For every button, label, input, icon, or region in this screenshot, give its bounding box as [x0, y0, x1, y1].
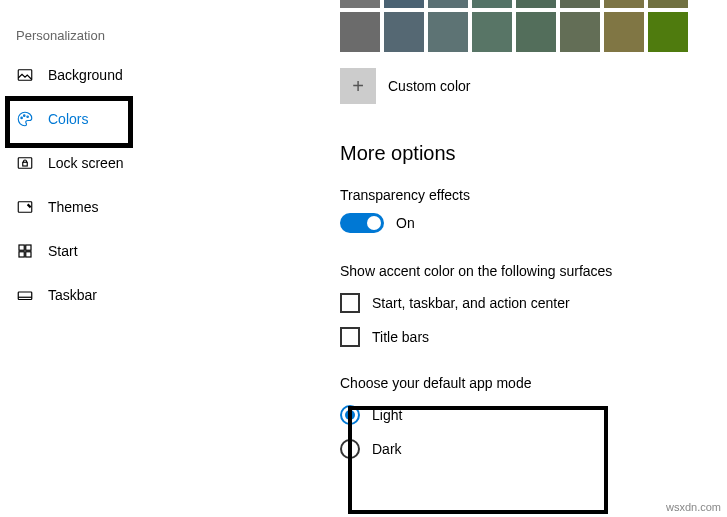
start-icon	[16, 242, 34, 260]
color-swatch-row	[340, 12, 717, 52]
checkbox-label: Title bars	[372, 329, 429, 345]
custom-color-label: Custom color	[388, 78, 470, 94]
plus-icon: +	[352, 75, 364, 98]
app-mode-label: Choose your default app mode	[340, 375, 717, 391]
color-swatch[interactable]	[428, 12, 468, 52]
color-swatch[interactable]	[516, 12, 556, 52]
svg-point-2	[24, 115, 26, 117]
custom-color-row: + Custom color	[340, 68, 717, 104]
sidebar-item-label: Themes	[48, 199, 99, 215]
checkbox-label: Start, taskbar, and action center	[372, 295, 570, 311]
color-swatch[interactable]	[472, 12, 512, 52]
color-swatch[interactable]	[340, 0, 380, 8]
watermark: wsxdn.com	[666, 501, 721, 513]
palette-icon	[16, 110, 34, 128]
color-swatch[interactable]	[560, 0, 600, 8]
app-mode-radio-dark[interactable]: Dark	[340, 439, 717, 459]
svg-rect-10	[26, 252, 31, 257]
color-swatch[interactable]	[648, 0, 688, 8]
svg-rect-9	[19, 252, 24, 257]
themes-icon	[16, 198, 34, 216]
transparency-state: On	[396, 215, 415, 231]
accent-surfaces-label: Show accent color on the following surfa…	[340, 263, 717, 279]
sidebar-title: Personalization	[0, 10, 240, 51]
sidebar-item-start[interactable]: Start	[0, 231, 240, 271]
accent-check-title-bars[interactable]: Title bars	[340, 327, 717, 347]
more-options-heading: More options	[340, 142, 717, 165]
picture-icon	[16, 66, 34, 84]
color-swatch[interactable]	[384, 0, 424, 8]
sidebar-item-taskbar[interactable]: Taskbar	[0, 275, 240, 315]
sidebar-item-label: Start	[48, 243, 78, 259]
sidebar-item-label: Lock screen	[48, 155, 123, 171]
sidebar-item-label: Colors	[48, 111, 88, 127]
app-mode-radio-light[interactable]: Light	[340, 405, 717, 425]
sidebar-item-label: Background	[48, 67, 123, 83]
sidebar-item-colors[interactable]: Colors	[0, 99, 240, 139]
color-swatch[interactable]	[384, 12, 424, 52]
svg-rect-8	[26, 245, 31, 250]
color-swatch-row-partial	[340, 0, 717, 8]
radio-icon	[340, 405, 360, 425]
transparency-toggle-row: On	[340, 213, 717, 233]
checkbox-icon	[340, 293, 360, 313]
color-swatch[interactable]	[560, 12, 600, 52]
svg-rect-4	[18, 158, 32, 169]
radio-label: Dark	[372, 441, 402, 457]
transparency-toggle[interactable]	[340, 213, 384, 233]
svg-rect-0	[18, 70, 32, 81]
svg-rect-11	[18, 292, 32, 300]
sidebar: Personalization Background Colors Lock s…	[0, 0, 240, 329]
color-swatch[interactable]	[604, 0, 644, 8]
color-swatch[interactable]	[516, 0, 556, 8]
sidebar-item-lock-screen[interactable]: Lock screen	[0, 143, 240, 183]
accent-check-start-taskbar[interactable]: Start, taskbar, and action center	[340, 293, 717, 313]
color-swatch[interactable]	[428, 0, 468, 8]
color-swatch[interactable]	[604, 12, 644, 52]
radio-icon	[340, 439, 360, 459]
checkbox-icon	[340, 327, 360, 347]
color-swatch[interactable]	[472, 0, 512, 8]
sidebar-item-background[interactable]: Background	[0, 55, 240, 95]
svg-point-1	[21, 117, 23, 119]
main-content: + Custom color More options Transparency…	[340, 0, 727, 459]
taskbar-icon	[16, 286, 34, 304]
color-swatch[interactable]	[340, 12, 380, 52]
sidebar-item-themes[interactable]: Themes	[0, 187, 240, 227]
lock-screen-icon	[16, 154, 34, 172]
svg-point-3	[27, 116, 29, 118]
color-swatch[interactable]	[648, 12, 688, 52]
sidebar-item-label: Taskbar	[48, 287, 97, 303]
svg-rect-7	[19, 245, 24, 250]
radio-label: Light	[372, 407, 402, 423]
transparency-label: Transparency effects	[340, 187, 717, 203]
svg-rect-5	[23, 162, 28, 166]
custom-color-button[interactable]: +	[340, 68, 376, 104]
